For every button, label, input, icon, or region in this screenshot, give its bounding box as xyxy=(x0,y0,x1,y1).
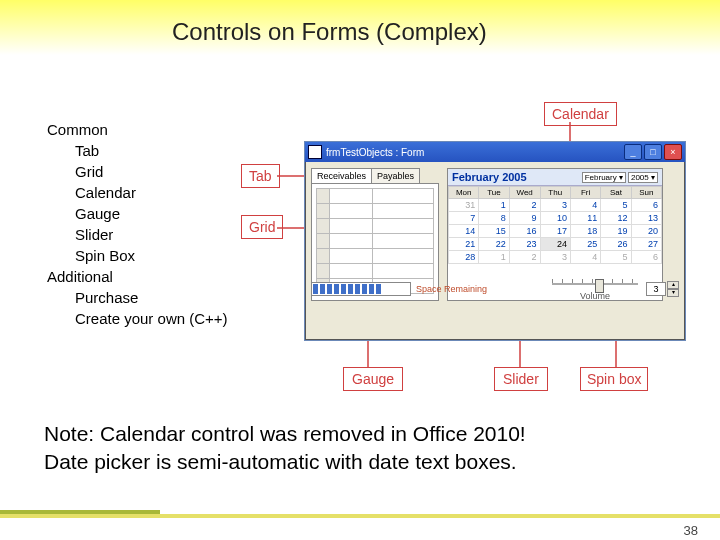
dow: Fri xyxy=(570,187,600,199)
slider-control[interactable] xyxy=(552,277,638,291)
month-select[interactable]: February ▾ xyxy=(582,172,626,183)
gauge-label: Space Remaining xyxy=(416,284,487,294)
note-text: Note: Calendar control was removed in Of… xyxy=(44,420,526,476)
window-titlebar: frmTestObjects : Form _ □ × xyxy=(305,142,685,162)
spinbox-control[interactable]: 3 ▴ ▾ xyxy=(646,281,679,297)
spin-value[interactable]: 3 xyxy=(646,282,666,296)
spin-up-button[interactable]: ▴ xyxy=(667,281,679,289)
form-window: frmTestObjects : Form _ □ × Receivables … xyxy=(304,141,686,341)
calendar-month: February 2005 xyxy=(452,171,580,183)
dow: Wed xyxy=(509,187,540,199)
callout-tab: Tab xyxy=(241,164,280,188)
dow: Tue xyxy=(479,187,509,199)
callout-gauge: Gauge xyxy=(343,367,403,391)
outline-item: Spin Box xyxy=(75,245,228,266)
window-title: frmTestObjects : Form xyxy=(326,147,424,158)
outline-item: Purchase xyxy=(75,287,228,308)
tab-payables[interactable]: Payables xyxy=(371,168,420,183)
slide: Controls on Forms (Complex) Common Tab G… xyxy=(0,0,720,540)
outline-item: Calendar xyxy=(75,182,228,203)
callout-slider: Slider xyxy=(494,367,548,391)
outline-heading: Common xyxy=(47,119,228,140)
dow: Sun xyxy=(631,187,661,199)
page-number: 38 xyxy=(684,523,698,538)
minimize-button[interactable]: _ xyxy=(624,144,642,160)
slide-title: Controls on Forms (Complex) xyxy=(172,18,487,46)
outline-heading: Additional xyxy=(47,266,228,287)
close-button[interactable]: × xyxy=(664,144,682,160)
outline-item: Slider xyxy=(75,224,228,245)
outline-item: Grid xyxy=(75,161,228,182)
spin-down-button[interactable]: ▾ xyxy=(667,289,679,297)
footer-divider xyxy=(0,514,720,518)
tab-receivables[interactable]: Receivables xyxy=(311,168,372,183)
outline-item: Tab xyxy=(75,140,228,161)
callout-spinbox: Spin box xyxy=(580,367,648,391)
year-select[interactable]: 2005 ▾ xyxy=(628,172,658,183)
dow: Thu xyxy=(540,187,570,199)
outline-item: Gauge xyxy=(75,203,228,224)
form-icon xyxy=(308,145,322,159)
dow: Sat xyxy=(601,187,631,199)
maximize-button[interactable]: □ xyxy=(644,144,662,160)
footer-divider-accent xyxy=(0,510,160,514)
outline-item: Create your own (C++) xyxy=(75,308,228,329)
gauge-control xyxy=(311,282,411,296)
slider-thumb[interactable] xyxy=(595,279,604,293)
dow: Mon xyxy=(449,187,479,199)
outline: Common Tab Grid Calendar Gauge Slider Sp… xyxy=(47,119,228,329)
